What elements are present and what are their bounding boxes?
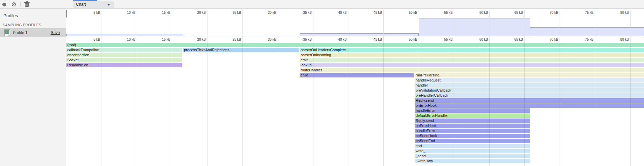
flame-bar[interactable]: defaultErrorHandler — [415, 113, 530, 118]
gridline — [313, 36, 313, 43]
gridline — [419, 36, 419, 43]
flame-chart: (root)callbackTrampolineprocessTicksAndR… — [66, 43, 644, 166]
flame-bar[interactable]: preHandlerCallback — [415, 93, 644, 98]
flame-row: callbackTrampolineprocessTicksAndRejecti… — [66, 48, 644, 52]
flame-bar[interactable]: Reply.send — [415, 98, 644, 103]
flame-bar[interactable]: Readable.on — [66, 63, 182, 67]
flame-bar[interactable]: emit — [300, 58, 644, 62]
gridline — [383, 43, 384, 166]
gridline — [595, 10, 595, 36]
flame-row: defaultErrorHandler — [66, 113, 644, 118]
scrollbar-thumb[interactable] — [66, 10, 67, 18]
view-mode-value: Chart — [76, 2, 86, 7]
flame-bar[interactable]: onSendHook — [415, 134, 530, 138]
flame-row: onErrorHook — [66, 103, 644, 108]
flame-row: (root) — [66, 43, 644, 47]
ruler-tick-label: 70 kB — [535, 38, 558, 41]
ruler-tick-label: 25 kB — [218, 38, 241, 41]
gridline — [102, 43, 102, 166]
flame-bar[interactable]: _writeRaw — [415, 159, 530, 163]
flame-bar[interactable]: onErrorHook — [415, 124, 530, 128]
flame-bar[interactable]: onconnection — [66, 53, 182, 57]
flame-row: handleError — [66, 129, 644, 133]
flame-bar[interactable]: end — [415, 144, 530, 148]
trash-lid — [24, 2, 30, 3]
trash-icon[interactable] — [25, 2, 29, 7]
flame-bar[interactable]: (root) — [66, 43, 644, 47]
flame-row: Reply.send — [66, 98, 644, 103]
gridline — [419, 43, 419, 166]
save-link[interactable]: Save — [51, 30, 60, 35]
gridline — [489, 10, 490, 36]
flame-bar[interactable]: parserOnHeadersComplete — [300, 48, 644, 52]
ruler-tick-label: 75 kB — [570, 38, 594, 41]
view-mode-select[interactable]: Chart — [73, 1, 114, 8]
flame-bar[interactable]: lookup — [300, 63, 644, 67]
flame-row: handleRequest — [66, 78, 644, 82]
gridline — [278, 43, 278, 166]
gridline — [560, 10, 560, 36]
ruler-tick-label: 5 kB — [77, 38, 100, 41]
flame-bar[interactable]: child — [300, 73, 414, 77]
ruler-tick-label: 20 kB — [182, 38, 206, 41]
gridline — [595, 36, 595, 43]
flame-bar[interactable]: processTicksAndRejections — [183, 48, 299, 52]
gridline — [524, 36, 525, 43]
gridline — [560, 36, 560, 43]
ruler-tick-label: 15 kB — [147, 38, 171, 41]
profiles-sidebar: Profiles SAMPLING PROFILES % Profile 1 S… — [0, 9, 66, 166]
ruler-tick-label: 35 kB — [288, 38, 312, 41]
flame-bar[interactable]: onSendEnd — [415, 139, 530, 143]
gridline — [102, 36, 102, 43]
flame-bar[interactable]: handleError — [415, 108, 530, 113]
flame-row: preHandlerCallback — [66, 93, 644, 98]
overview-step — [419, 19, 530, 36]
flame-bar[interactable]: preValidationCallback — [415, 88, 644, 93]
flame-row: onSendHook — [66, 134, 644, 138]
gridline — [172, 10, 172, 36]
ruler-tick-label: 20 kB — [182, 11, 206, 14]
gridline — [524, 10, 525, 36]
flame-bar[interactable]: callbackTrampoline — [66, 48, 182, 52]
flame-bar[interactable]: Socket — [66, 58, 182, 62]
chevron-down-icon — [107, 4, 110, 6]
flame-bar[interactable]: handler — [415, 83, 644, 88]
flame-bar[interactable]: onErrorHook — [415, 103, 644, 108]
gridline — [207, 10, 207, 36]
gridline — [489, 36, 490, 43]
flame-bar[interactable]: _send — [415, 154, 530, 158]
flame-bar[interactable]: routeHandler — [300, 68, 644, 72]
gridline — [278, 10, 278, 36]
ruler-tick-label: 30 kB — [253, 11, 276, 14]
gridline — [348, 10, 348, 36]
devtools-profiler-window: { "toolbar": { "record_label": "record-p… — [0, 0, 644, 166]
flame-row: handler — [66, 83, 644, 88]
record-icon[interactable] — [2, 3, 6, 6]
flame-row: write_ — [66, 149, 644, 153]
flame-bar[interactable]: parserOnIncoming — [300, 53, 644, 57]
flame-bar[interactable]: write_ — [415, 149, 530, 153]
overview-step — [300, 33, 419, 36]
flame-bar[interactable]: handleError — [415, 129, 530, 133]
gridline — [560, 43, 560, 166]
flame-bar[interactable]: Reply.send — [415, 119, 530, 123]
ruler-tick-label: 50 kB — [394, 38, 417, 41]
sidebar-item-profile-1[interactable]: % Profile 1 Save — [0, 28, 66, 37]
gridline — [172, 43, 172, 166]
flame-bar[interactable]: handleRequest — [415, 78, 644, 82]
gridline — [595, 43, 595, 166]
flame-bar[interactable]: runPreParsing — [415, 73, 644, 77]
flame-row: onErrorHook — [66, 124, 644, 128]
ruler-tick-label: 45 kB — [358, 11, 382, 14]
clear-icon[interactable] — [12, 2, 16, 6]
gridline — [137, 43, 137, 166]
flame-row: onSendEnd — [66, 139, 644, 143]
ruler-tick-label: 40 kB — [323, 11, 347, 14]
toolbar: Chart — [0, 0, 644, 9]
gridline — [207, 43, 207, 166]
gridline — [313, 10, 313, 36]
gridline — [172, 36, 172, 43]
flame-row: _send — [66, 154, 644, 158]
gridline — [348, 36, 348, 43]
gridline — [207, 36, 207, 43]
